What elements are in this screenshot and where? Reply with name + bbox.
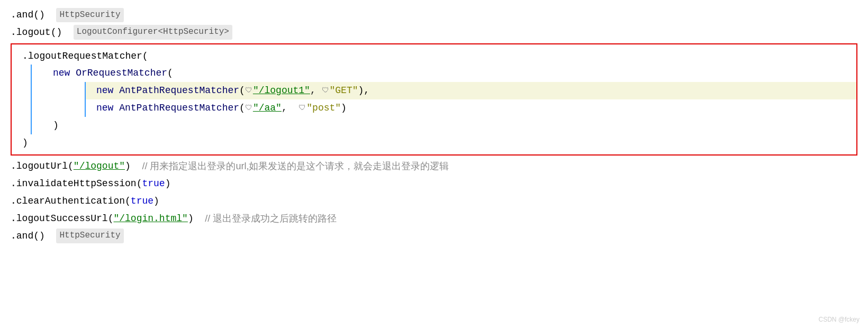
path1: "/logout1" — [253, 83, 310, 98]
logoutUrl-path: "/logout" — [74, 159, 125, 174]
line-invalidateHttpSession: .invalidateHttpSession(true) — [11, 175, 857, 193]
method1: "GET" — [330, 83, 358, 98]
comment-logoutSuccessUrl: // 退出登录成功之后跳转的路径 — [205, 211, 337, 226]
shield-icon-1b: 🛡 — [322, 85, 329, 96]
logoutSuccessUrl-path: "/login.html" — [113, 211, 187, 226]
code-container: .and() HttpSecurity .logout() LogoutConf… — [0, 4, 868, 246]
line-logoutRequestMatcher: .logoutRequestMatcher( — [12, 48, 856, 65]
line-logoutSuccessUrl: .logoutSuccessUrl("/login.html") // 退出登录… — [11, 210, 857, 227]
line-close-logoutRequestMatcher: ) — [12, 134, 856, 152]
line-clearAuthentication: .clearAuthentication(true) — [11, 193, 857, 210]
line-AntPathMatcher1: new AntPathRequestMatcher(🛡"/logout1", 🛡… — [86, 82, 856, 99]
method2: "post" — [306, 100, 341, 116]
csdn-watermark: CSDN @fckey — [818, 315, 860, 325]
line-OrRequestMatcher: new OrRequestMatcher( — [32, 65, 856, 82]
shield-icon-2b: 🛡 — [299, 102, 306, 114]
line-close-or: ) — [32, 117, 856, 134]
line-logout: .logout() LogoutConfigurer<HttpSecurity> — [11, 24, 857, 41]
line-AntPathMatcher2: new AntPathRequestMatcher(🛡"/aa", 🛡"post… — [86, 99, 856, 117]
shield-icon-1a: 🛡 — [245, 85, 252, 96]
line-and-top: .and() HttpSecurity — [11, 6, 857, 24]
path2: "/aa" — [253, 100, 282, 116]
dot-and-top: . — [11, 7, 16, 23]
paren-and-top: () — [33, 7, 45, 23]
red-box: .logoutRequestMatcher( new OrRequestMatc… — [11, 43, 857, 156]
shield-icon-2a: 🛡 — [245, 102, 252, 114]
return-type-and-bottom: HttpSecurity — [56, 229, 123, 243]
method-and-top: and — [16, 7, 33, 23]
line-logoutUrl: .logoutUrl("/logout") // 用来指定退出登录的url,如果… — [11, 158, 857, 175]
comment-logoutUrl: // 用来指定退出登录的url,如果发送的是这个请求，就会走退出登录的逻辑 — [142, 159, 449, 174]
return-type-and-top: HttpSecurity — [56, 8, 123, 23]
return-type-logout: LogoutConfigurer<HttpSecurity> — [74, 25, 232, 40]
line-and-bottom: .and() HttpSecurity — [11, 227, 857, 245]
